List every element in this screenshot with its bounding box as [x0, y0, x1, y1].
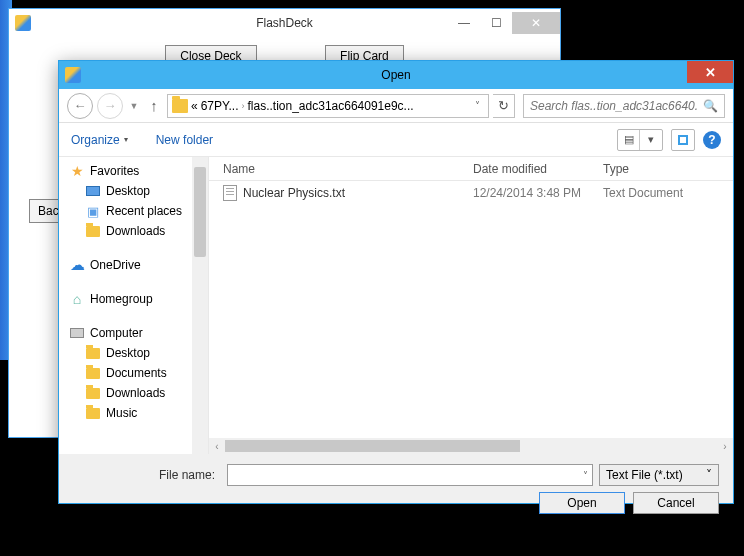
sidebar: ★ Favorites Desktop ▣ Recent places Down…	[59, 157, 209, 454]
dialog-titlebar[interactable]: Open ✕	[59, 61, 733, 89]
nav-history-dropdown[interactable]: ▼	[127, 101, 141, 111]
file-row[interactable]: Nuclear Physics.txt 12/24/2014 3:48 PM T…	[209, 181, 733, 205]
file-date: 12/24/2014 3:48 PM	[473, 186, 603, 200]
toolbar: Organize ▾ New folder ▤ ▾ ?	[59, 123, 733, 157]
help-button[interactable]: ?	[703, 131, 721, 149]
dialog-close-button[interactable]: ✕	[687, 61, 733, 83]
cancel-button[interactable]: Cancel	[633, 492, 719, 514]
dialog-bottom: File name: ˅ Text File (*.txt) ˅ Open Ca…	[59, 454, 733, 503]
recent-icon: ▣	[85, 204, 101, 218]
file-type: Text Document	[603, 186, 733, 200]
search-input[interactable]	[530, 99, 697, 113]
filename-input[interactable]	[232, 468, 583, 482]
dialog-app-icon	[65, 67, 81, 83]
hscroll-thumb[interactable]	[225, 440, 520, 452]
scroll-left-button[interactable]: ‹	[209, 438, 225, 454]
open-button[interactable]: Open	[539, 492, 625, 514]
sidebar-c-music[interactable]: Music	[59, 403, 208, 423]
search-box[interactable]: 🔍	[523, 94, 725, 118]
star-icon: ★	[69, 164, 85, 178]
folder-icon	[85, 386, 101, 400]
folder-icon	[85, 346, 101, 360]
refresh-button[interactable]: ↻	[493, 94, 515, 118]
chevron-down-icon[interactable]: ˅	[583, 470, 588, 481]
computer-icon	[69, 326, 85, 340]
view-mode-button[interactable]: ▤ ▾	[617, 129, 663, 151]
nav-back-button[interactable]: ←	[67, 93, 93, 119]
view-list-icon[interactable]: ▤	[618, 130, 640, 150]
flashdeck-titlebar: FlashDeck — ☐ ✕	[9, 9, 560, 37]
sidebar-desktop[interactable]: Desktop	[59, 181, 208, 201]
horizontal-scrollbar[interactable]: ‹ ›	[209, 438, 733, 454]
scroll-right-button[interactable]: ›	[717, 438, 733, 454]
file-pane: Name Date modified Type Nuclear Physics.…	[209, 157, 733, 454]
folder-icon	[85, 366, 101, 380]
file-name: Nuclear Physics.txt	[243, 186, 345, 200]
new-folder-button[interactable]: New folder	[156, 133, 213, 147]
view-dropdown[interactable]: ▾	[640, 130, 662, 150]
file-header: Name Date modified Type	[209, 157, 733, 181]
folder-icon	[172, 99, 188, 113]
filetype-combo[interactable]: Text File (*.txt) ˅	[599, 464, 719, 486]
folder-icon	[85, 406, 101, 420]
content-area: ★ Favorites Desktop ▣ Recent places Down…	[59, 157, 733, 454]
address-dropdown[interactable]: ˅	[475, 100, 480, 111]
maximize-button[interactable]: ☐	[480, 12, 512, 34]
address-seg-2[interactable]: flas..tion_adc31ac664091e9c...	[248, 99, 414, 113]
filename-combo[interactable]: ˅	[227, 464, 593, 486]
col-date[interactable]: Date modified	[473, 162, 603, 176]
sidebar-c-desktop[interactable]: Desktop	[59, 343, 208, 363]
search-icon[interactable]: 🔍	[703, 99, 718, 113]
dialog-title: Open	[381, 68, 410, 82]
nav-up-button[interactable]: ↑	[145, 93, 163, 119]
flashdeck-app-icon	[15, 15, 31, 31]
folder-icon	[85, 224, 101, 238]
chevron-down-icon: ˅	[706, 468, 712, 482]
filetype-value: Text File (*.txt)	[606, 468, 683, 482]
open-dialog: Open ✕ ← → ▼ ↑ « 67PY... › flas..tion_ad…	[58, 60, 734, 504]
chevron-down-icon: ▾	[124, 135, 128, 144]
desktop-icon	[85, 184, 101, 198]
sidebar-onedrive[interactable]: ☁ OneDrive	[59, 255, 208, 275]
address-chev: «	[191, 99, 198, 113]
address-seg-1[interactable]: 67PY...	[201, 99, 239, 113]
minimize-button[interactable]: —	[448, 12, 480, 34]
sidebar-computer[interactable]: Computer	[59, 323, 208, 343]
nav-bar: ← → ▼ ↑ « 67PY... › flas..tion_adc31ac66…	[59, 89, 733, 123]
sidebar-scrollbar[interactable]	[192, 157, 208, 454]
col-name[interactable]: Name	[223, 162, 473, 176]
col-type[interactable]: Type	[603, 162, 733, 176]
filename-label: File name:	[73, 468, 221, 482]
chevron-right-icon: ›	[242, 101, 245, 111]
close-button[interactable]: ✕	[512, 12, 560, 34]
address-bar[interactable]: « 67PY... › flas..tion_adc31ac664091e9c.…	[167, 94, 489, 118]
homegroup-icon: ⌂	[69, 292, 85, 306]
sidebar-recent-places[interactable]: ▣ Recent places	[59, 201, 208, 221]
flashdeck-title: FlashDeck	[256, 16, 313, 30]
sidebar-favorites[interactable]: ★ Favorites	[59, 161, 208, 181]
cloud-icon: ☁	[69, 258, 85, 272]
sidebar-scroll-thumb[interactable]	[194, 167, 206, 257]
sidebar-homegroup[interactable]: ⌂ Homegroup	[59, 289, 208, 309]
preview-icon	[678, 135, 688, 145]
organize-menu[interactable]: Organize ▾	[71, 133, 128, 147]
nav-forward-button[interactable]: →	[97, 93, 123, 119]
sidebar-c-documents[interactable]: Documents	[59, 363, 208, 383]
preview-pane-button[interactable]	[671, 129, 695, 151]
text-file-icon	[223, 185, 237, 201]
sidebar-downloads[interactable]: Downloads	[59, 221, 208, 241]
sidebar-c-downloads[interactable]: Downloads	[59, 383, 208, 403]
